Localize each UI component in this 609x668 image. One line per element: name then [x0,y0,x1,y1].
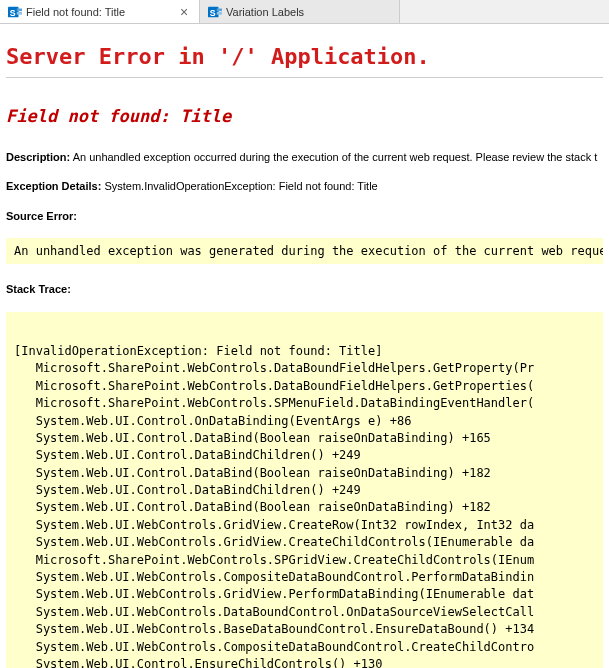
description-label: Description: [6,151,70,163]
svg-rect-2 [17,8,22,11]
tab-label: Field not found: Title [26,6,173,18]
svg-rect-6 [217,8,222,11]
exception-text: System.InvalidOperationException: Field … [104,180,377,192]
exception-line: Exception Details: System.InvalidOperati… [6,179,603,194]
tab-label: Variation Labels [226,6,391,18]
description-line: Description: An unhandled exception occu… [6,150,603,165]
error-subtitle: Field not found: Title [6,106,603,126]
source-error-block: An unhandled exception was generated dur… [6,238,603,264]
tab-error-page[interactable]: S Field not found: Title × [0,0,200,23]
stack-trace-block: [InvalidOperationException: Field not fo… [6,312,603,668]
stack-trace-label-line: Stack Trace: [6,282,603,297]
source-error-label-line: Source Error: [6,209,603,224]
exception-label: Exception Details: [6,180,101,192]
page-content: Server Error in '/' Application. Field n… [0,24,609,668]
error-title: Server Error in '/' Application. [6,44,603,69]
tab-variation-labels[interactable]: S Variation Labels [200,0,400,23]
browser-tab-bar: S Field not found: Title × S Variation L… [0,0,609,24]
source-error-label: Source Error: [6,210,77,222]
sharepoint-icon: S [208,5,222,19]
svg-text:S: S [210,7,216,17]
svg-rect-3 [17,12,22,15]
stack-trace-label: Stack Trace: [6,283,71,295]
close-icon[interactable]: × [177,5,191,19]
divider [6,77,603,78]
svg-text:S: S [10,7,16,17]
svg-rect-7 [217,12,222,15]
sharepoint-icon: S [8,5,22,19]
description-text: An unhandled exception occurred during t… [73,151,598,163]
